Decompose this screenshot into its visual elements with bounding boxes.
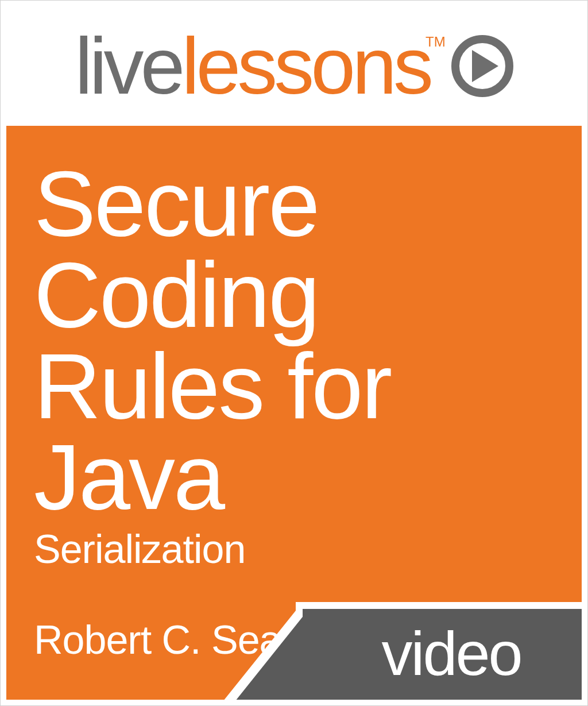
cover-page: livelessonsTM Secure Coding Rules for Ja… — [0, 0, 588, 706]
brand-wordmark: livelessonsTM — [75, 26, 450, 106]
cover-subtitle: Serialization — [34, 526, 554, 572]
format-tab: video — [296, 602, 582, 700]
brand-trademark: TM — [425, 34, 446, 49]
brand-header: livelessonsTM — [6, 6, 582, 126]
format-label: video — [381, 618, 521, 689]
play-icon — [451, 35, 513, 97]
cover-title: Secure Coding Rules for Java — [34, 158, 554, 523]
brand-part-live: live — [75, 21, 181, 111]
cover-inner: livelessonsTM Secure Coding Rules for Ja… — [6, 6, 582, 700]
brand-part-lessons: lessons — [181, 21, 430, 111]
brand-logo: livelessonsTM — [75, 26, 513, 106]
play-triangle-icon — [472, 50, 498, 82]
title-panel: Secure Coding Rules for Java Serializati… — [6, 126, 582, 700]
